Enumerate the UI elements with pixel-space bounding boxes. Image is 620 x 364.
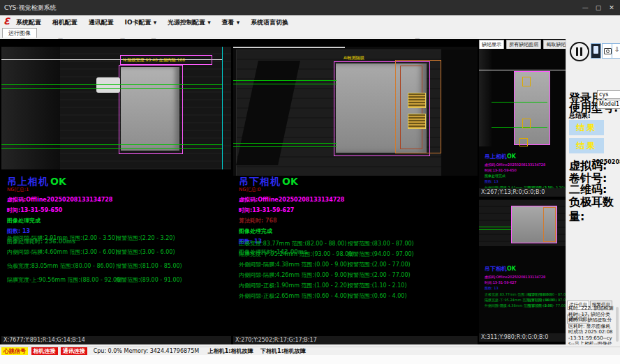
middle-camera-title: 吊下相机 (239, 176, 281, 187)
defect-thumbnail-bottom[interactable]: 吊下相机OK 虚拟码:Offline20250208133134728 时间:1… (479, 199, 566, 333)
pause-button[interactable] (570, 42, 589, 61)
cpu-memory-readout: Cpu: 0.0% Memory: 3424.41796875M (94, 348, 200, 354)
middle-camera-image[interactable]: AI检测隔膜 (233, 47, 478, 176)
alarm-range: 报警范围:(94.00 - 97.00) (348, 250, 414, 258)
machinery-right-shade (441, 50, 478, 176)
measurement-value: 外侧间隙-隔膜:2.91mm 范围:(2.00 - 3.50) (7, 234, 113, 242)
mini-green-line (479, 227, 511, 227)
tab-defect-display[interactable]: 缺陷显示 (479, 40, 504, 50)
close-button[interactable]: ✕ (606, 0, 617, 15)
menu-item-light-config[interactable]: 光源控制配置 ▾ (168, 19, 211, 26)
menu-item-system-config[interactable]: 系统配置 (16, 19, 41, 26)
mini-measurement: 隔膜宽度-下:95.24mm 范围:(93.00 - 98.00) (485, 298, 528, 302)
cyan-guide-line (222, 47, 223, 169)
measurement-value: 内侧间隙-正极:1.90mm 范围:(1.00 - 2.20) (239, 282, 345, 289)
green-guide-line (1, 144, 222, 145)
bottom-thumbnail-coordinates: X:311;Y:980;R:0;G:0;B:0 (479, 333, 566, 342)
camera-link-status-badge: 相机连接 (31, 347, 58, 355)
pause-icon (576, 47, 578, 56)
pause-icon (580, 47, 582, 56)
left-timestamp: 时间:13-31-59-650 (7, 206, 112, 214)
green-guide-line (1, 84, 222, 85)
alarm-range: 报警范围:(2.00 - 77.00) (348, 271, 414, 279)
green-guide-line (233, 84, 337, 84)
mini-green-line (479, 229, 511, 230)
mini-roi-box (543, 207, 556, 242)
middle-virtual-code: 虚拟码:Offline20250208133134728 (239, 196, 344, 204)
result-box-2: 结果 (569, 138, 604, 153)
maximize-button[interactable]: ▢ (593, 0, 604, 15)
window-footer (0, 355, 620, 364)
menu-item-comm-config[interactable]: 通讯配置 (89, 19, 114, 26)
title-bar: CYS-视觉检测系统 — ▢ ✕ (0, 0, 620, 15)
mini-bottom-time: 时间:13-31-59-627 (485, 280, 566, 285)
middle-timestamp: 时间:13-31-59-627 (239, 206, 344, 214)
upper-camera-status: 上相机1:相机故障 (208, 348, 253, 354)
alarm-range: 报警范围:(2.00 - 77.00) (348, 261, 414, 268)
window-controls: — ▢ ✕ (580, 0, 617, 15)
tab-all-defect-layers[interactable]: 所有缺陷图层 (506, 40, 541, 50)
mini-bottom-frames: 图数: 13 (485, 286, 566, 290)
left-ok-status: OK (50, 176, 66, 187)
mini-green-line (492, 102, 547, 103)
gripper-connector (96, 77, 120, 93)
alarm-range: 报警范围:(83.00 - 87.00) (348, 240, 414, 248)
defect-view-tabs: 缺陷显示 所有缺陷图层 截取缺陷图层 (479, 40, 579, 50)
menu-item-language[interactable]: 系统语言切换 (251, 19, 288, 26)
left-process-done: 图像处理完成 (7, 217, 112, 225)
measurement-value: 外侧间隙-正极:2.65mm 范围:(0.60 - 4.00) (239, 292, 345, 300)
measurement-value: 负极宽度:83.05mm 范围:(80.00 - 86.00) (7, 262, 113, 270)
mini-bright-line (479, 70, 566, 70)
mini-bottom-overlay: 吊下相机OK 虚拟码:Offline20250208133134728 时间:1… (485, 260, 566, 308)
mini-defect-marker (522, 119, 531, 128)
device-view-button[interactable] (591, 43, 601, 59)
middle-view-coordinates: X:270;Y:2502;R:17;G:17;B:17 (233, 336, 478, 344)
menu-item-io-config[interactable]: IO卡配置 ▾ (125, 19, 157, 26)
mini-measurement: 正极宽度:83.77mm 范围:(82.00 - 88.00) (485, 292, 528, 296)
mini-bottom-title: 吊下相机 (485, 266, 507, 272)
menu-bar: Ɛ 系统配置 相机配置 通讯配置 IO卡配置 ▾ 光源控制配置 ▾ 查看 ▾ 系… (0, 15, 620, 29)
mini-defect-marker (522, 77, 531, 86)
neg-tab-count-label: 负极耳数量: (569, 195, 620, 225)
mini-bottom-ok: OK (507, 266, 516, 272)
camera-button[interactable] (602, 43, 612, 59)
virtual-code-value: 20250208 (592, 159, 620, 165)
tab-strip: 运行图像 (0, 28, 620, 38)
left-camera-title: 吊上相机 (7, 176, 49, 187)
left-camera-image[interactable]: N:隔膜宽度:93.40 左侧内隔:100 (1, 47, 231, 169)
battery-cell-region (121, 67, 179, 151)
mini-measurement: 报警范围:(2.00 - 77.00) (528, 303, 566, 308)
run-log-panel[interactable]: 耗时: 222, 缺陷检测耗时: 17, 缺陷分类耗时: 0, 缺陷提取分区耗时… (568, 305, 614, 344)
green-guide-line (1, 88, 222, 89)
alarm-range: 报警范围:(89.00 - 91.00) (116, 276, 182, 284)
alarm-range: 报警范围:(81.00 - 85.00) (116, 262, 182, 270)
tab-run-image[interactable]: 运行图像 (2, 28, 37, 38)
bright-top-line (233, 47, 345, 48)
import-button[interactable]: ⇩ (612, 43, 620, 59)
green-guide-line (233, 146, 337, 147)
menu-item-view[interactable]: 查看 ▾ (222, 19, 240, 26)
heartbeat-status-badge: 心跳信号 (1, 347, 28, 355)
log-scrollbar[interactable] (616, 307, 619, 342)
alarm-range: 报警范围:(3.00 - 6.00) (116, 248, 182, 256)
left-annotation-label: N:隔膜宽度:93.40 左侧内隔:100 (123, 57, 185, 63)
defect-thumbnail-top[interactable]: 吊上相机OK 虚拟码:Offline20250208133134728 时间:1… (479, 49, 566, 188)
middle-algo-elapsed: 算法耗时: 768 (239, 217, 344, 225)
mini-top-overlay: 吊上相机OK 虚拟码:Offline20250208133134728 时间:1… (485, 148, 565, 188)
mini-cell-region (514, 71, 550, 145)
measurement-value: 外侧间隙-隔膜:4.38mm 范围:(0.00 - 9.00) (239, 261, 345, 268)
mini-top-code: 虚拟码:Offline20250208133134728 (485, 162, 565, 167)
minimize-button[interactable]: — (580, 0, 591, 15)
mini-top-ok: OK (507, 153, 516, 160)
model-select[interactable]: Model1 (597, 100, 620, 109)
result-box-1: 结果 (569, 120, 604, 135)
middle-measurement-table: 正极宽度:83.77mm 范围:(82.00 - 88.00) 报警范围:(83… (239, 240, 414, 300)
menu-item-camera-config[interactable]: 相机配置 (52, 19, 78, 26)
mini-top-time: 时间:13-31-59-650 (485, 168, 565, 172)
mini-bottom-code: 虚拟码:Offline20250208133134728 (485, 275, 566, 279)
alarm-range: 报警范围:(2.20 - 3.20) (116, 234, 182, 242)
mini-defect-marker (519, 138, 528, 146)
electrode-tab (408, 93, 426, 108)
measurement-value: 正极宽度:83.77mm 范围:(82.00 - 88.00) (239, 240, 345, 248)
comm-link-status-badge: 通讯连接 (61, 347, 87, 355)
